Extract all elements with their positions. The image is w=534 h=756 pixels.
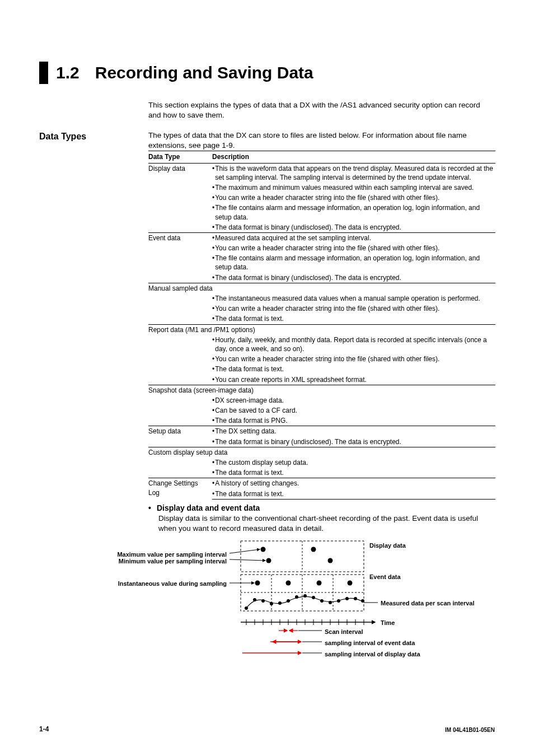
label-min: Minimum value per sampling interval <box>119 557 227 566</box>
title-text: Recording and Saving Data <box>95 62 313 85</box>
svg-point-15 <box>245 606 248 610</box>
cell: The data format is text. <box>215 489 493 498</box>
cell: The data format is text. <box>215 314 493 323</box>
data-types-intro: The types of data that the DX can store … <box>148 130 495 151</box>
cell: You can write a header character string … <box>215 354 493 363</box>
svg-point-17 <box>261 599 265 603</box>
row-type: Setup data <box>148 426 212 437</box>
col-header-type: Data Type <box>148 151 212 163</box>
svg-line-47 <box>229 559 265 561</box>
col-header-desc: Description <box>212 151 495 163</box>
svg-point-22 <box>303 594 307 598</box>
cell: The data format is text. <box>215 365 493 374</box>
svg-point-14 <box>348 581 353 586</box>
svg-line-46 <box>229 549 260 553</box>
svg-point-20 <box>287 599 290 603</box>
cell: The data format is text. <box>215 468 493 477</box>
svg-point-29 <box>361 599 364 603</box>
cell: The custom display setup data. <box>215 458 493 467</box>
doc-id: IM 04L41B01-05EN <box>445 726 495 734</box>
cell: You can write a header character string … <box>215 193 493 202</box>
cell: The file contains alarm and message info… <box>215 203 493 221</box>
label-time: Time <box>381 619 395 627</box>
cell: Can be saved to a CF card. <box>215 406 493 415</box>
svg-point-27 <box>345 597 349 600</box>
row-type: Display data <box>148 163 212 183</box>
svg-point-23 <box>312 596 315 599</box>
svg-point-21 <box>295 595 298 599</box>
svg-point-19 <box>278 601 282 605</box>
svg-point-16 <box>253 598 256 601</box>
cell: You can write a header character string … <box>215 304 493 313</box>
bullet-icon: • <box>148 503 151 514</box>
section-title: 1.2 Recording and Saving Data <box>39 62 495 85</box>
cell: Hourly, daily, weekly, and monthly data.… <box>215 335 493 353</box>
svg-point-24 <box>320 599 324 603</box>
cell: DX screen-image data. <box>215 396 493 405</box>
svg-point-25 <box>329 601 332 604</box>
label-measured-data: Measured data per scan interval <box>381 599 475 608</box>
subsection-heading: Display data and event data <box>157 503 260 514</box>
svg-point-12 <box>286 581 291 586</box>
row-type: Manual sampled data <box>148 283 495 293</box>
svg-point-28 <box>354 597 357 600</box>
row-type: Custom display setup data <box>148 447 495 458</box>
cell: You can create reports in XML spreadshee… <box>215 375 493 384</box>
cell: The DX setting data. <box>215 427 493 436</box>
row-type: Change Settings Log <box>148 478 212 499</box>
svg-point-11 <box>255 581 260 586</box>
title-accent-bar <box>39 62 48 84</box>
data-types-heading: Data Types <box>39 130 148 143</box>
svg-point-26 <box>337 599 340 603</box>
label-sampling-display: sampling interval of display data <box>325 650 420 659</box>
cell: The data format is binary (undisclosed).… <box>215 437 493 446</box>
cell: The maximum and minimum values measured … <box>215 183 493 192</box>
cell: This is the waveform data that appears o… <box>215 164 493 182</box>
data-types-table: Data Type Description Display data •This… <box>148 151 495 499</box>
row-type: Snapshot data (screen-image data) <box>148 385 495 395</box>
svg-point-8 <box>266 558 271 563</box>
cell: The file contains alarm and message info… <box>215 254 493 272</box>
label-scan-interval: Scan interval <box>325 628 363 636</box>
cell: The instantaneous measured data values w… <box>215 294 493 303</box>
label-sampling-event: sampling interval of event data <box>325 639 415 647</box>
cell: The data format is PNG. <box>215 416 493 425</box>
svg-point-18 <box>270 602 273 605</box>
row-type: Event data <box>148 232 212 243</box>
label-display-data: Display data <box>369 542 406 550</box>
row-type: Report data (/M1 and /PM1 options) <box>148 324 495 335</box>
svg-point-10 <box>328 558 333 563</box>
page-number: 1-4 <box>39 725 49 734</box>
cell: You can write a header character string … <box>215 244 493 253</box>
label-inst: Instantaneous value during sampling <box>118 580 227 588</box>
cell: Measured data acquired at the set sampli… <box>215 234 493 242</box>
cell: The data format is binary (undisclosed).… <box>215 273 493 282</box>
svg-point-7 <box>261 547 266 552</box>
sampling-diagram: Maximum value per sampling interval Mini… <box>101 538 526 667</box>
svg-point-9 <box>311 547 316 552</box>
subsection-body: Display data is similar to the conventio… <box>158 514 495 534</box>
label-event-data: Event data <box>369 573 401 581</box>
cell: The data format is binary (undisclosed).… <box>215 223 493 232</box>
title-number: 1.2 <box>56 62 79 85</box>
intro-paragraph: This section explains the types of data … <box>148 100 495 120</box>
svg-point-13 <box>317 581 322 586</box>
cell: A history of setting changes. <box>215 479 493 488</box>
